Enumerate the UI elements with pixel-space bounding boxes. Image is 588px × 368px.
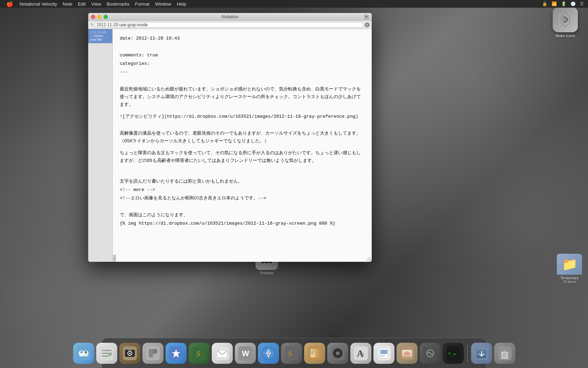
dock-item-tasks[interactable] [96, 343, 117, 364]
svg-point-40 [337, 353, 338, 354]
svg-text:S: S [196, 349, 200, 358]
search-input[interactable] [95, 22, 363, 28]
svg-rect-13 [128, 349, 131, 350]
notational-velocity-window: Notation ▼ ✎ ✕ 2.11:10 AM — layout: post… [88, 13, 372, 262]
window-minimize-button[interactable] [97, 15, 102, 19]
lock-icon: 🔒 [541, 1, 549, 6]
dock-item-preview[interactable] [373, 343, 394, 364]
svg-point-6 [80, 351, 83, 353]
svg-rect-56 [453, 354, 456, 355]
menubar-help[interactable]: Help [174, 0, 189, 8]
note-time: 2.11:10 AM [90, 30, 110, 34]
dock-item-writer[interactable]: W [235, 343, 256, 364]
temporary-folder-label: Temporary [560, 276, 579, 280]
svg-rect-47 [380, 355, 385, 356]
svg-rect-51 [402, 356, 412, 358]
dock-item-scrivener2[interactable]: S [281, 343, 302, 364]
svg-rect-36 [311, 353, 314, 354]
dock-item-downloads[interactable] [471, 343, 492, 364]
downloads-icon [471, 343, 492, 364]
make-icons-label: Make Icons [555, 34, 575, 38]
menubar: 🍎 Notational Velocity Note Edit View Boo… [0, 0, 588, 8]
svg-point-12 [129, 353, 131, 354]
stamps-icon [397, 343, 418, 364]
dock-item-safari[interactable] [258, 343, 279, 364]
dock-item-terminal[interactable]: >_ [443, 343, 464, 364]
search-bar: ✎ ✕ [88, 21, 372, 29]
menubar-edit[interactable]: Edit [75, 0, 88, 8]
list-item[interactable]: 2.11:10 AM — layout: post title [88, 29, 112, 43]
editor-line-comment: <!--エロい画像を見るとなんか昭和の古き良きエロ本のようです。--> [120, 195, 365, 202]
dock-item-screenshot[interactable] [119, 343, 140, 364]
dock-item-stamps[interactable] [397, 343, 418, 364]
editor-content[interactable]: date: 2012-11-20 16:43 comments: true ca… [120, 35, 365, 227]
search-clear-button[interactable]: ✕ [365, 22, 370, 27]
window-title: Notation [222, 14, 238, 19]
menubar-app-name[interactable]: Notational Velocity [17, 0, 60, 8]
svg-text:>_: >_ [448, 350, 454, 356]
svg-text:a: a [362, 350, 364, 356]
editor-line-comments: comments: true [120, 52, 365, 59]
temporary-folder-image: 📁 [557, 254, 582, 275]
window-resize-handle[interactable] [366, 256, 372, 262]
svg-rect-34 [311, 350, 315, 351]
make-icons-desktop-icon[interactable]: Make Icons [550, 7, 581, 38]
apple-menu[interactable]: 🍎 [3, 0, 17, 8]
editor-para-2: 高解像度の液晶を使っているので、老眼兆候のその一でもありますが、カーソルサイズを… [120, 130, 365, 145]
window-maximize-button[interactable] [104, 15, 108, 19]
soundflower-icon [420, 343, 441, 364]
editor-line-image2: {% img https://dl.dropbox.com/u/163521/i… [120, 220, 365, 227]
editor-para-1: 最近乾燥地域にいるため眼が疲れています。ショボショボ感がとれないので、気分転換も… [120, 86, 365, 109]
dock-item-appstore[interactable] [166, 343, 187, 364]
make-icons-icon-image [553, 7, 578, 32]
dock-items-container: S W S [69, 343, 519, 367]
dock-item-finder[interactable] [73, 343, 94, 364]
editor-line-blank4 [120, 169, 365, 177]
main-content: 2.11:10 AM — layout: post title date: 20… [88, 29, 372, 262]
menubar-window[interactable]: Window [152, 0, 174, 8]
editor-line-image1: ![アクセシビリティ](https://dl.dropbox.com/u/163… [120, 113, 365, 121]
menubar-right-items: 🔒 📶 🔋 🕐 ☰ [541, 1, 585, 6]
svg-rect-19 [217, 350, 227, 357]
window-controls [91, 15, 108, 19]
editor-line-date: date: 2012-11-20 16:43 [120, 35, 365, 42]
svg-rect-33 [315, 349, 319, 357]
battery-icon: 🔋 [560, 1, 568, 6]
menubar-format[interactable]: Format [132, 0, 152, 8]
svg-rect-35 [311, 352, 315, 353]
editor-para-3: ちょっと障害のある父もマックを使っていて、その気になる所に手が入るのはありがたい… [120, 149, 365, 165]
dock-item-puzzles[interactable] [142, 343, 163, 364]
menubar-view[interactable]: View [89, 0, 104, 8]
dock: S W S [0, 333, 588, 368]
preview-icon-label: Preview [260, 271, 273, 275]
dictionary-icon: Aa [350, 343, 371, 364]
tasks-icon [96, 343, 117, 364]
dock-item-mail[interactable] [212, 343, 233, 364]
temporary-desktop-icon[interactable]: 📁 Temporary 29 items [554, 254, 585, 284]
dock-item-bookapp[interactable] [304, 343, 325, 364]
puzzle-icon [142, 343, 163, 364]
writer-icon: W [235, 343, 256, 364]
window-close-button[interactable] [91, 15, 95, 19]
menubar-bookmarks[interactable]: Bookmarks [104, 0, 132, 8]
svg-rect-46 [380, 350, 387, 354]
dock-item-trash[interactable] [494, 343, 515, 364]
scrivener-icon: S [189, 343, 210, 364]
svg-point-7 [85, 351, 87, 353]
menubar-note[interactable]: Note [60, 0, 75, 8]
editor-line-text1: 文字を読んだり書いたりするには割と良いかもしれません。 [120, 178, 365, 185]
dock-item-soundflower[interactable] [420, 343, 441, 364]
svg-text:W: W [242, 349, 249, 358]
editor-line-blank2 [120, 77, 365, 84]
dvdplayer-icon [327, 343, 348, 364]
wifi-icon: 📶 [550, 1, 558, 6]
dock-separator [467, 345, 468, 362]
panel-divider-handle[interactable]: ‖ [113, 255, 116, 262]
terminal-icon: >_ [443, 343, 464, 364]
dock-item-dvdplayer[interactable] [327, 343, 348, 364]
scroll-indicator[interactable]: ▼ [364, 14, 369, 19]
dock-item-dictionary[interactable]: Aa [350, 343, 371, 364]
dock-item-scrivener[interactable]: S [189, 343, 210, 364]
note-editor[interactable]: date: 2012-11-20 16:43 comments: true ca… [113, 29, 372, 262]
editor-line-categories: categories: [120, 60, 365, 68]
